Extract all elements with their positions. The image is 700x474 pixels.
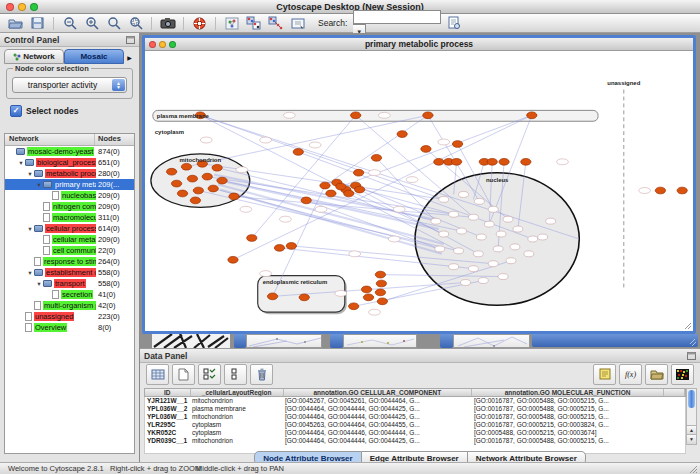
merge-network-icon[interactable]	[266, 16, 285, 31]
node-color-dropdown[interactable]: transporter activity ▲▼	[12, 77, 127, 93]
tab-network[interactable]: Network	[4, 49, 64, 64]
network-node[interactable]	[435, 246, 445, 252]
network-node[interactable]	[528, 236, 538, 242]
column-header[interactable]: ID	[145, 389, 191, 396]
network-node-selected[interactable]	[371, 154, 381, 161]
tree-row-response-to-stimulus[interactable]: response to stimulus264(0)	[5, 256, 134, 267]
table-row[interactable]: YJR121W__1mitochondrion[GO:0045267, GO:0…	[144, 397, 686, 405]
network-node-selected[interactable]	[190, 197, 200, 204]
network-node-selected[interactable]	[677, 187, 687, 194]
background-window-edge[interactable]	[532, 334, 698, 347]
help-lifebuoy-icon[interactable]	[190, 16, 209, 31]
tab-overflow-arrow[interactable]: ▶	[124, 51, 135, 64]
node-label-chip[interactable]	[369, 170, 381, 176]
node-label-chip[interactable]	[200, 137, 212, 143]
node-label-chip[interactable]	[557, 159, 569, 165]
tree-row-transport[interactable]: ▼transport558(0)	[5, 278, 134, 289]
network-node-selected[interactable]	[655, 187, 665, 194]
zoom-button[interactable]	[30, 3, 38, 11]
network-node-selected[interactable]	[375, 289, 385, 296]
table-row[interactable]: YKR052Ccytoplasm[GO:0044464, GO:0044446,…	[144, 429, 686, 437]
network-node-selected[interactable]	[354, 169, 364, 176]
zoom-out-icon[interactable]	[60, 16, 79, 31]
network-node[interactable]	[468, 266, 478, 272]
float-panel-icon[interactable]	[126, 36, 135, 44]
network-view-titlebar[interactable]: primary metabolic process	[145, 38, 693, 51]
tree-row-cell-communication[interactable]: cell communication22(0)	[5, 245, 134, 256]
network-node-selected[interactable]	[397, 131, 407, 138]
column-header[interactable]: _cellularLayoutRegion	[191, 389, 284, 396]
table-row[interactable]: YPL036W__1mitochondrion[GO:0044464, GO:0…	[144, 413, 686, 421]
function-builder-icon[interactable]: f(x)	[619, 364, 642, 385]
tree-row-nucleobase-containing[interactable]: nucleobase-containing209(0)	[5, 190, 134, 201]
table-row[interactable]: YPL036W__2plasma membrane[GO:0044464, GO…	[144, 405, 686, 413]
tab-mosaic[interactable]: Mosaic	[64, 49, 124, 64]
network-node[interactable]	[484, 221, 494, 227]
node-label-chip[interactable]	[349, 251, 361, 257]
network-node-selected[interactable]	[301, 197, 311, 204]
network-node[interactable]	[459, 191, 469, 197]
network-node-selected[interactable]	[527, 112, 537, 119]
network-node[interactable]	[449, 211, 459, 217]
network-node[interactable]	[431, 218, 441, 224]
attribute-table[interactable]: ID_cellularLayoutRegionannotation.GO CEL…	[144, 388, 686, 454]
delete-attribute-icon[interactable]	[250, 364, 273, 385]
network-node-selected[interactable]	[274, 245, 284, 252]
zoom-fit-icon[interactable]	[104, 16, 123, 31]
import-attributes-icon[interactable]	[645, 364, 668, 385]
network-node-selected[interactable]	[349, 303, 359, 310]
network-node-selected[interactable]	[202, 173, 212, 180]
network-node[interactable]	[461, 280, 471, 286]
minimize-button[interactable]	[159, 41, 166, 48]
tree-row-overview[interactable]: Overview8(0)	[5, 322, 134, 333]
column-header[interactable]: annotation.GO CELLULAR_COMPONENT	[284, 389, 472, 396]
network-node-selected[interactable]	[267, 293, 277, 300]
network-canvas[interactable]: plasma membranecytoplasmmitochondrionnuc…	[145, 51, 693, 331]
network-node-selected[interactable]	[487, 158, 497, 165]
tree-row-primary-metabolic-process[interactable]: ▼primary metabolic process209(...	[5, 179, 134, 190]
network-node-selected[interactable]	[521, 158, 531, 165]
network-node[interactable]	[498, 274, 508, 280]
network-node-selected[interactable]	[171, 180, 181, 187]
network-node[interactable]	[488, 206, 498, 212]
background-window-1[interactable]	[246, 334, 322, 348]
node-label-chip[interactable]	[406, 177, 418, 183]
network-node-selected[interactable]	[217, 177, 227, 184]
zoom-in-icon[interactable]	[82, 16, 101, 31]
tree-row-cellular-process[interactable]: ▼cellular process614(0)	[5, 223, 134, 234]
select-nodes-checkbox[interactable]: ✓	[10, 105, 22, 117]
background-window-2[interactable]	[343, 334, 417, 348]
column-header[interactable]: annotation.GO MOLECULAR_FUNCTION	[472, 389, 664, 396]
network-node[interactable]	[488, 261, 498, 267]
minimize-button[interactable]	[18, 3, 26, 11]
node-label-chip[interactable]	[393, 206, 405, 212]
table-scrollbar[interactable]: ▲ ▼	[686, 388, 697, 445]
tree-row-biological-process[interactable]: ▼biological_process651(0)	[5, 157, 134, 168]
network-node-selected[interactable]	[499, 158, 509, 165]
attribute-select-icon[interactable]	[146, 364, 169, 385]
network-node-selected[interactable]	[320, 182, 330, 189]
network-node-selected[interactable]	[421, 146, 431, 153]
region-nucleus[interactable]	[415, 173, 579, 306]
node-label-chip[interactable]	[283, 112, 295, 118]
network-node[interactable]	[513, 226, 523, 232]
select-all-attributes-icon[interactable]	[198, 364, 221, 385]
network-node-selected[interactable]	[181, 163, 191, 170]
network-node[interactable]	[457, 228, 467, 234]
node-label-chip[interactable]	[279, 216, 291, 222]
scroll-down-icon[interactable]: ▼	[687, 434, 696, 444]
network-node[interactable]	[546, 218, 556, 224]
column-header[interactable]	[664, 389, 685, 396]
network-node-selected[interactable]	[187, 175, 197, 182]
tree-row-multi-organism-proc[interactable]: multi-organism proc42(0)	[5, 300, 134, 311]
scrollbar-thumb[interactable]	[688, 390, 695, 408]
network-node[interactable]	[496, 231, 506, 237]
network-node[interactable]	[478, 278, 488, 284]
network-node-selected[interactable]	[229, 193, 239, 200]
network-node-selected[interactable]	[354, 186, 364, 193]
network-node-selected[interactable]	[377, 298, 387, 305]
network-node[interactable]	[439, 231, 449, 237]
network-node[interactable]	[524, 251, 534, 257]
canvas-resize-grip[interactable]	[684, 322, 692, 330]
network-node-selected[interactable]	[434, 158, 444, 165]
